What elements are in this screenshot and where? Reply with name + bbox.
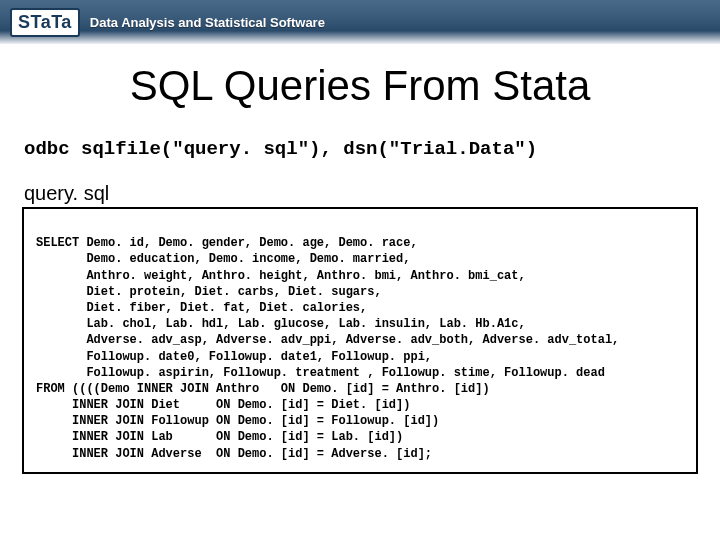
sql-line: Diet. protein, Diet. carbs, Diet. sugars… [36,285,382,299]
sql-line: Lab. chol, Lab. hdl, Lab. glucose, Lab. … [36,317,526,331]
sql-code-block: SELECT Demo. id, Demo. gender, Demo. age… [22,207,698,474]
sql-line: INNER JOIN Lab ON Demo. [id] = Lab. [id]… [36,430,403,444]
tagline: Data Analysis and Statistical Software [90,15,325,30]
sql-line: Followup. date0, Followup. date1, Follow… [36,350,432,364]
sql-line: Adverse. adv_asp, Adverse. adv_ppi, Adve… [36,333,619,347]
sql-line: Demo. education, Demo. income, Demo. mar… [36,252,410,266]
sql-line: Followup. aspirin, Followup. treatment ,… [36,366,605,380]
sql-line: INNER JOIN Followup ON Demo. [id] = Foll… [36,414,439,428]
sql-line: INNER JOIN Diet ON Demo. [id] = Diet. [i… [36,398,410,412]
sql-file-label: query. sql [0,182,720,205]
odbc-command: odbc sqlfile("query. sql"), dsn("Trial.D… [0,138,720,160]
sql-line: INNER JOIN Adverse ON Demo. [id] = Adver… [36,447,432,461]
sql-line: SELECT Demo. id, Demo. gender, Demo. age… [36,236,418,250]
sql-line: Diet. fiber, Diet. fat, Diet. calories, [36,301,367,315]
sql-line: Anthro. weight, Anthro. height, Anthro. … [36,269,526,283]
logo-text: STaTa [18,12,72,33]
slide-title: SQL Queries From Stata [0,62,720,110]
header-bar: STaTa Data Analysis and Statistical Soft… [0,0,720,44]
sql-line: FROM ((((Demo INNER JOIN Anthro ON Demo.… [36,382,490,396]
logo: STaTa [10,8,80,37]
